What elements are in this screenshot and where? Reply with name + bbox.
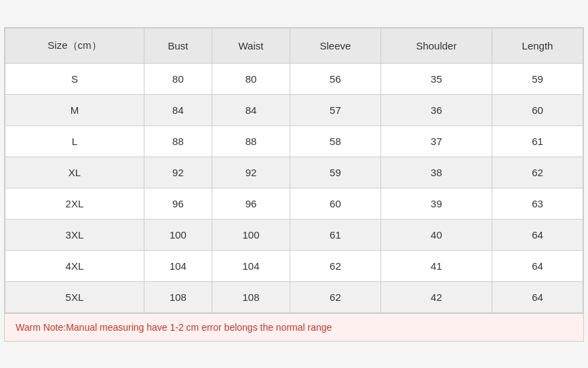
warm-note: Warm Note:Manual measuring have 1-2 cm e…	[5, 313, 583, 341]
table-cell: 61	[492, 125, 583, 157]
table-row: L8888583761	[5, 125, 583, 157]
table-body: S8080563559M8484573660L8888583761XL92925…	[5, 63, 583, 312]
table-cell: 61	[290, 219, 380, 250]
table-cell: 60	[492, 94, 583, 125]
table-row: M8484573660	[5, 94, 583, 125]
table-header-cell: Shoulder	[380, 28, 492, 63]
table-cell: 80	[144, 63, 212, 94]
table-header-cell: Waist	[212, 28, 290, 63]
table-cell: 100	[144, 219, 212, 250]
table-cell: M	[5, 94, 144, 125]
table-cell: 92	[144, 157, 212, 188]
table-cell: 80	[212, 63, 290, 94]
table-cell: S	[5, 63, 144, 94]
table-cell: 92	[212, 157, 290, 188]
table-cell: 38	[380, 157, 492, 188]
table-cell: 59	[492, 63, 583, 94]
table-cell: 3XL	[5, 219, 144, 250]
table-cell: 100	[212, 219, 290, 250]
table-cell: 84	[212, 94, 290, 125]
table-cell: 5XL	[5, 281, 144, 312]
table-cell: 64	[492, 281, 583, 312]
table-header-row: Size（cm）BustWaistSleeveShoulderLength	[5, 28, 583, 63]
table-cell: 36	[380, 94, 492, 125]
table-cell: 60	[290, 188, 380, 219]
table-row: 2XL9696603963	[5, 188, 583, 219]
table-cell: 39	[380, 188, 492, 219]
table-cell: 88	[144, 125, 212, 157]
table-row: S8080563559	[5, 63, 583, 94]
table-header-cell: Bust	[144, 28, 212, 63]
table-cell: 2XL	[5, 188, 144, 219]
table-cell: 84	[144, 94, 212, 125]
table-cell: 64	[492, 219, 583, 250]
table-cell: XL	[5, 157, 144, 188]
table-row: 5XL108108624264	[5, 281, 583, 312]
table-cell: 40	[380, 219, 492, 250]
table-cell: 88	[212, 125, 290, 157]
table-cell: 4XL	[5, 250, 144, 281]
table-cell: 108	[144, 281, 212, 312]
table-row: 4XL104104624164	[5, 250, 583, 281]
table-cell: L	[5, 125, 144, 157]
table-cell: 96	[212, 188, 290, 219]
size-table: Size（cm）BustWaistSleeveShoulderLength S8…	[5, 28, 583, 313]
table-cell: 57	[290, 94, 380, 125]
table-cell: 41	[380, 250, 492, 281]
table-cell: 108	[212, 281, 290, 312]
table-cell: 96	[144, 188, 212, 219]
table-cell: 63	[492, 188, 583, 219]
table-header-cell: Length	[492, 28, 583, 63]
table-cell: 62	[290, 281, 380, 312]
table-cell: 42	[380, 281, 492, 312]
table-header-cell: Size（cm）	[5, 28, 144, 63]
table-cell: 62	[492, 157, 583, 188]
table-cell: 104	[144, 250, 212, 281]
table-cell: 64	[492, 250, 583, 281]
table-cell: 104	[212, 250, 290, 281]
table-cell: 59	[290, 157, 380, 188]
table-row: XL9292593862	[5, 157, 583, 188]
table-cell: 35	[380, 63, 492, 94]
table-cell: 58	[290, 125, 380, 157]
table-cell: 37	[380, 125, 492, 157]
table-cell: 56	[290, 63, 380, 94]
table-row: 3XL100100614064	[5, 219, 583, 250]
size-chart-container: Size（cm）BustWaistSleeveShoulderLength S8…	[4, 27, 584, 342]
table-header-cell: Sleeve	[290, 28, 380, 63]
table-cell: 62	[290, 250, 380, 281]
